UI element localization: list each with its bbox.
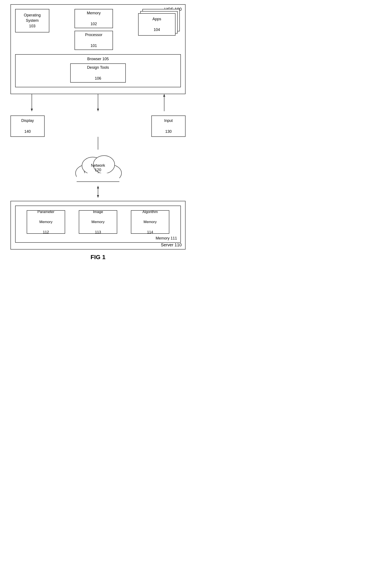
svg-marker-5 <box>163 94 165 97</box>
param-memory-line3: 112 <box>43 230 49 235</box>
mid-connectors-svg <box>11 137 185 150</box>
image-memory-box: Image Memory 113 <box>79 210 117 234</box>
svg-rect-12 <box>77 173 119 182</box>
ucs-top-row: Operating System 103 Memory 102 Processo… <box>15 9 181 50</box>
image-memory-line1: Image <box>93 209 103 215</box>
svg-marker-1 <box>31 109 33 111</box>
browser-label: Browser 105 <box>20 57 176 61</box>
display-input-row: Display 140 Input 130 <box>11 115 185 137</box>
design-tools-line1: Design Tools <box>87 65 109 70</box>
apps-stack: Apps 104 <box>138 9 181 37</box>
browser-box: Browser 105 Design Tools 106 <box>15 54 181 87</box>
top-connectors-svg <box>11 94 185 115</box>
algo-memory-line3: 114 <box>147 230 153 235</box>
image-memory-line2: Memory <box>91 220 104 224</box>
algo-memory-box: Algorithm Memory 114 <box>131 210 169 234</box>
memory111-label: Memory 111 <box>156 236 177 241</box>
memory-102-box: Memory 102 <box>74 9 113 28</box>
display-line2: 140 <box>24 129 31 134</box>
apps-line1: Apps <box>153 16 161 22</box>
param-memory-line1: Parameter <box>37 209 54 215</box>
algo-memory-line2: Memory <box>143 220 156 224</box>
ucs-box: UCS 100 Operating System 103 Memory 102 … <box>11 4 185 94</box>
svg-marker-3 <box>97 109 99 111</box>
memory-row: Parameter Memory 112 Image Memory 113 Al… <box>20 210 176 234</box>
center-col: Memory 102 Processor 101 <box>74 9 113 50</box>
cloud: Network 120 <box>68 150 128 186</box>
memory-102-line1: Memory <box>87 11 100 16</box>
display-line1: Display <box>21 118 34 123</box>
server-box: Server 110 Memory 111 Parameter Memory 1… <box>11 201 185 249</box>
apps-front-box: Apps 104 <box>138 13 176 36</box>
display-box: Display 140 <box>11 115 45 137</box>
processor-box: Processor 101 <box>74 31 113 50</box>
design-tools-box: Design Tools 106 <box>70 63 126 83</box>
bottom-arrow-svg <box>11 186 185 201</box>
processor-line1: Processor <box>85 32 102 38</box>
input-box: Input 130 <box>151 115 185 137</box>
input-line2: 130 <box>165 129 172 134</box>
os-box: Operating System 103 <box>15 9 49 32</box>
input-line1: Input <box>164 118 173 123</box>
os-text: Operating System 103 <box>24 13 41 29</box>
memory111-box: Memory 111 Parameter Memory 112 Image Me… <box>15 206 181 243</box>
network-line1: Network <box>91 163 105 167</box>
cloud-text: Network 120 <box>91 163 105 172</box>
apps-line2: 104 <box>154 27 160 32</box>
svg-marker-15 <box>97 195 99 198</box>
server-label: Server 110 <box>161 242 182 247</box>
algo-memory-line1: Algorithm <box>142 209 158 215</box>
network-section: Network 120 <box>11 150 185 186</box>
param-memory-line2: Memory <box>39 220 52 224</box>
svg-marker-16 <box>97 186 99 189</box>
network-line2: 120 <box>95 168 101 172</box>
memory-102-line2: 102 <box>91 21 97 27</box>
processor-line2: 101 <box>91 43 97 48</box>
fig-label: FIG 1 <box>91 254 105 261</box>
design-tools-line2: 106 <box>95 76 101 81</box>
diagram: UCS 100 Operating System 103 Memory 102 … <box>6 4 190 261</box>
image-memory-line3: 113 <box>95 230 101 235</box>
param-memory-box: Parameter Memory 112 <box>27 210 65 234</box>
